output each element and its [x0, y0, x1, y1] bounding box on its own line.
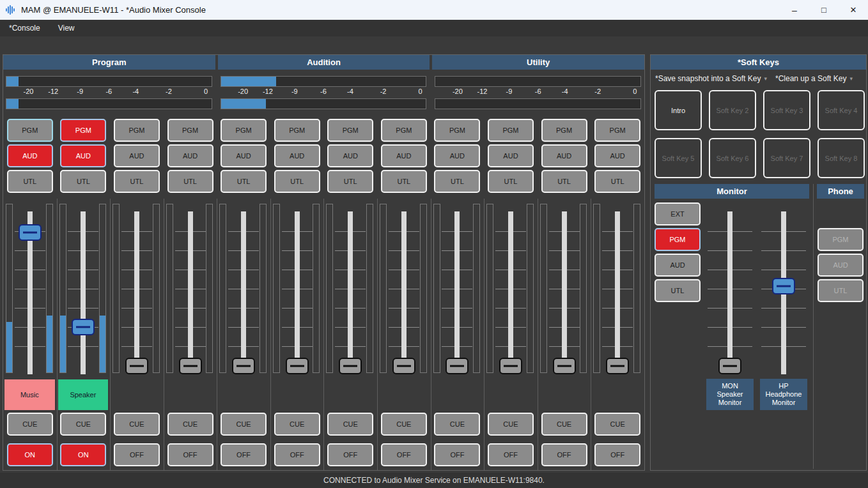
- pgm-bus-button[interactable]: PGM: [7, 119, 53, 142]
- aud-bus-button[interactable]: AUD: [381, 144, 427, 167]
- cue-button[interactable]: CUE: [60, 413, 106, 436]
- utl-bus-button[interactable]: UTL: [818, 279, 864, 302]
- soft-key-button[interactable]: Soft Key 5: [655, 138, 702, 178]
- aud-bus-button[interactable]: AUD: [655, 254, 701, 277]
- fader-track: [508, 211, 513, 374]
- pgm-bus-button[interactable]: PGM: [60, 119, 106, 142]
- pgm-bus-button[interactable]: PGM: [541, 119, 587, 142]
- pgm-bus-button[interactable]: PGM: [488, 119, 534, 142]
- menu-console[interactable]: *Console: [0, 24, 49, 33]
- soft-key-button[interactable]: Soft Key 3: [763, 90, 810, 130]
- pgm-bus-button[interactable]: PGM: [818, 228, 864, 251]
- cue-button[interactable]: CUE: [167, 413, 213, 436]
- save-snapshot-dropdown[interactable]: *Save snapshot into a Soft Key ▾: [655, 74, 767, 83]
- utl-bus-button[interactable]: UTL: [60, 170, 106, 193]
- aud-bus-button[interactable]: AUD: [7, 144, 53, 167]
- cue-button[interactable]: CUE: [541, 413, 587, 436]
- cue-button[interactable]: CUE: [488, 413, 534, 436]
- utl-bus-button[interactable]: UTL: [488, 170, 534, 193]
- utl-bus-button[interactable]: UTL: [655, 279, 701, 302]
- aud-bus-button[interactable]: AUD: [327, 144, 373, 167]
- pgm-bus-button[interactable]: PGM: [594, 119, 640, 142]
- soft-key-button[interactable]: Intro: [655, 90, 702, 130]
- cue-button[interactable]: CUE: [327, 413, 373, 436]
- fader-handle[interactable]: [499, 358, 522, 374]
- fader-handle[interactable]: [606, 358, 629, 374]
- aud-bus-button[interactable]: AUD: [274, 144, 320, 167]
- soft-key-button[interactable]: Soft Key 8: [818, 138, 865, 178]
- power-button[interactable]: OFF: [167, 443, 213, 466]
- fader-handle[interactable]: [179, 358, 202, 374]
- cue-button[interactable]: CUE: [114, 413, 160, 436]
- pgm-bus-button[interactable]: PGM: [655, 228, 701, 251]
- fader-handle[interactable]: [286, 358, 309, 374]
- pgm-bus-button[interactable]: PGM: [221, 119, 267, 142]
- fader-handle[interactable]: [232, 358, 255, 374]
- fader-handle[interactable]: [772, 278, 795, 294]
- pgm-bus-button[interactable]: PGM: [381, 119, 427, 142]
- aud-bus-button[interactable]: AUD: [167, 144, 213, 167]
- cue-button[interactable]: CUE: [381, 413, 427, 436]
- aud-bus-button[interactable]: AUD: [541, 144, 587, 167]
- soft-key-button[interactable]: Soft Key 4: [818, 90, 865, 130]
- aud-bus-button[interactable]: AUD: [488, 144, 534, 167]
- power-button[interactable]: OFF: [274, 443, 320, 466]
- aud-bus-button[interactable]: AUD: [114, 144, 160, 167]
- power-button[interactable]: OFF: [488, 443, 534, 466]
- power-button[interactable]: OFF: [541, 443, 587, 466]
- fader-handle[interactable]: [339, 358, 362, 374]
- pgm-bus-button[interactable]: PGM: [167, 119, 213, 142]
- utl-bus-button[interactable]: UTL: [7, 170, 53, 193]
- section-header: Program: [3, 55, 215, 70]
- aud-bus-button[interactable]: AUD: [60, 144, 106, 167]
- scale-tick-label: -6: [105, 88, 112, 95]
- ext-bus-button[interactable]: EXT: [655, 202, 701, 225]
- cue-button[interactable]: CUE: [434, 413, 480, 436]
- power-button[interactable]: ON: [60, 443, 106, 466]
- power-button[interactable]: OFF: [594, 443, 640, 466]
- aud-bus-button[interactable]: AUD: [594, 144, 640, 167]
- utl-bus-button[interactable]: UTL: [381, 170, 427, 193]
- aud-bus-button[interactable]: AUD: [221, 144, 267, 167]
- power-button[interactable]: OFF: [327, 443, 373, 466]
- fader-handle[interactable]: [125, 358, 148, 374]
- cue-button[interactable]: CUE: [7, 413, 53, 436]
- channel-meter-left: [59, 204, 66, 373]
- fader-handle[interactable]: [392, 358, 415, 374]
- utl-bus-button[interactable]: UTL: [541, 170, 587, 193]
- close-button[interactable]: ✕: [839, 0, 868, 20]
- fader-handle[interactable]: [446, 358, 469, 374]
- power-button[interactable]: OFF: [381, 443, 427, 466]
- soft-key-button[interactable]: Soft Key 2: [709, 90, 756, 130]
- aud-bus-button[interactable]: AUD: [434, 144, 480, 167]
- power-button[interactable]: OFF: [221, 443, 267, 466]
- fader-handle[interactable]: [718, 358, 741, 374]
- utl-bus-button[interactable]: UTL: [594, 170, 640, 193]
- utl-bus-button[interactable]: UTL: [221, 170, 267, 193]
- menu-view[interactable]: View: [49, 24, 84, 33]
- power-button[interactable]: OFF: [434, 443, 480, 466]
- cue-button[interactable]: CUE: [221, 413, 267, 436]
- power-button[interactable]: OFF: [114, 443, 160, 466]
- fader-handle[interactable]: [19, 224, 42, 241]
- aud-bus-button[interactable]: AUD: [818, 254, 864, 277]
- pgm-bus-button[interactable]: PGM: [327, 119, 373, 142]
- clean-softkey-dropdown[interactable]: *Clean up a Soft Key ▾: [775, 74, 853, 83]
- power-button[interactable]: ON: [7, 443, 53, 466]
- cue-button[interactable]: CUE: [594, 413, 640, 436]
- pgm-bus-button[interactable]: PGM: [434, 119, 480, 142]
- minimize-button[interactable]: –: [780, 0, 809, 20]
- soft-key-button[interactable]: Soft Key 6: [709, 138, 756, 178]
- utl-bus-button[interactable]: UTL: [114, 170, 160, 193]
- utl-bus-button[interactable]: UTL: [274, 170, 320, 193]
- pgm-bus-button[interactable]: PGM: [114, 119, 160, 142]
- pgm-bus-button[interactable]: PGM: [274, 119, 320, 142]
- soft-key-button[interactable]: Soft Key 7: [763, 138, 810, 178]
- maximize-button[interactable]: □: [809, 0, 839, 20]
- fader-handle[interactable]: [72, 319, 95, 335]
- cue-button[interactable]: CUE: [274, 413, 320, 436]
- fader-handle[interactable]: [553, 358, 576, 374]
- utl-bus-button[interactable]: UTL: [434, 170, 480, 193]
- utl-bus-button[interactable]: UTL: [327, 170, 373, 193]
- utl-bus-button[interactable]: UTL: [167, 170, 213, 193]
